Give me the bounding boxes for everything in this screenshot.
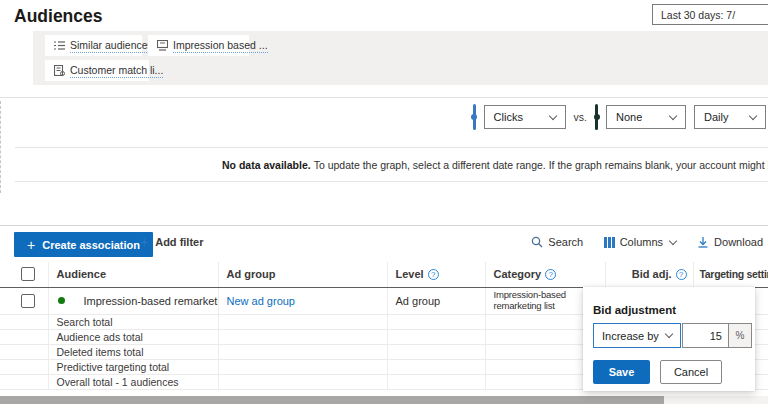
no-data-message: No data available. To update the graph, … — [222, 159, 768, 171]
chip-similar-audiences[interactable]: Similar audiences — [45, 35, 142, 56]
bid-value-input[interactable] — [682, 323, 729, 348]
chip-label: Customer match li... — [70, 64, 163, 78]
download-icon — [697, 236, 709, 248]
metric2-select[interactable]: None — [606, 105, 686, 129]
empty-cell — [387, 359, 485, 374]
audience-name: Impression-based remarketing list — [84, 295, 219, 307]
section-divider — [0, 97, 768, 98]
chevron-down-icon — [548, 111, 556, 119]
customer-match-icon — [54, 65, 65, 76]
search-button[interactable]: Search — [531, 236, 583, 248]
empty-cell — [218, 344, 387, 359]
empty-cell — [387, 329, 485, 344]
chip-impression-based[interactable]: Impression based ... — [148, 35, 249, 56]
percent-unit-label: % — [729, 323, 752, 348]
date-range-button[interactable]: Last 30 days: 7/ — [652, 4, 768, 25]
select-all-cell — [0, 262, 48, 287]
empty-cell — [218, 314, 387, 329]
columns-button[interactable]: Columns — [604, 236, 676, 248]
page-title: Audiences — [14, 6, 103, 27]
help-icon[interactable]: ? — [428, 269, 439, 280]
empty-cell — [0, 374, 48, 389]
create-association-label: Create association — [42, 239, 140, 251]
search-icon — [531, 236, 543, 248]
chevron-down-icon — [669, 236, 677, 244]
download-label: Download — [714, 236, 763, 248]
impression-icon — [157, 40, 168, 51]
total-label: Predictive targeting total — [48, 359, 218, 374]
chart-controls: Clicks vs. None Daily — [473, 104, 766, 130]
select-all-checkbox[interactable] — [21, 267, 35, 281]
metric1-legend-icon — [473, 104, 476, 130]
empty-cell — [387, 314, 485, 329]
interval-select[interactable]: Daily — [694, 105, 766, 129]
bid-adjustment-popup: Bid adjustment Increase by % Save Cancel — [583, 287, 755, 391]
chip-customer-match[interactable]: Customer match li... — [45, 60, 149, 81]
chevron-down-icon — [749, 111, 757, 119]
plus-icon: + — [140, 237, 148, 248]
save-button[interactable]: Save — [593, 360, 650, 384]
metric1-value: Clicks — [494, 111, 523, 123]
no-data-title: No data available. — [222, 159, 311, 171]
audience-cell: Impression-based remarketing list — [48, 287, 218, 314]
help-icon[interactable]: ? — [545, 269, 556, 280]
chevron-down-icon — [669, 111, 677, 119]
col-ad-group[interactable]: Ad group — [218, 262, 387, 287]
download-button[interactable]: Download — [697, 236, 763, 248]
total-label: Audience ads total — [48, 329, 218, 344]
total-label: Search total — [48, 314, 218, 329]
create-association-button[interactable]: + Create association — [14, 232, 153, 257]
total-label: Overall total - 1 audiences — [48, 374, 218, 389]
vs-label: vs. — [574, 111, 587, 123]
empty-cell — [0, 314, 48, 329]
empty-cell — [0, 359, 48, 374]
status-dot-enabled — [58, 297, 65, 304]
add-filter-label: Add filter — [155, 236, 203, 248]
empty-cell — [0, 344, 48, 359]
level-cell: Ad group — [387, 287, 485, 314]
empty-cell — [218, 359, 387, 374]
new-ad-group-link[interactable]: New ad group — [219, 295, 387, 307]
empty-cell — [218, 374, 387, 389]
chip-label: Impression based ... — [173, 39, 268, 53]
row-checkbox[interactable] — [21, 294, 35, 308]
columns-icon — [604, 237, 615, 248]
chevron-down-icon — [665, 330, 673, 338]
col-bid-adj[interactable]: Bid adj.? — [605, 262, 693, 287]
section-divider — [0, 225, 768, 226]
help-icon[interactable]: ? — [676, 269, 687, 280]
table-header-row: Audience Ad group Level? Category? Bid a… — [0, 262, 768, 287]
chart-no-data-row: No data available. To update the graph, … — [15, 147, 768, 182]
col-targeting-setting[interactable]: Targeting setting? — [693, 262, 768, 287]
audience-type-chips-band: Similar audiences Impression based ... C… — [33, 31, 768, 85]
empty-cell — [0, 329, 48, 344]
plus-icon: + — [27, 237, 35, 253]
add-filter-button[interactable]: + Add filter — [140, 236, 203, 248]
list-icon — [54, 40, 65, 51]
chip-label: Similar audiences — [70, 39, 153, 53]
table-tools: Search Columns Download — [531, 236, 763, 248]
empty-cell — [387, 374, 485, 389]
cancel-button[interactable]: Cancel — [660, 360, 722, 384]
horizontal-scrollbar[interactable] — [0, 396, 768, 404]
col-audience[interactable]: Audience — [48, 262, 218, 287]
search-label: Search — [548, 236, 583, 248]
metric2-legend-icon — [595, 104, 598, 130]
metric1-select[interactable]: Clicks — [484, 105, 566, 129]
col-level[interactable]: Level? — [387, 262, 485, 287]
popup-title: Bid adjustment — [593, 304, 676, 316]
chart-left-border — [0, 101, 1, 193]
empty-cell — [218, 329, 387, 344]
row-select-cell — [0, 287, 48, 314]
bid-mode-value: Increase by — [602, 330, 659, 342]
total-label: Deleted items total — [48, 344, 218, 359]
interval-value: Daily — [704, 111, 728, 123]
columns-label: Columns — [620, 236, 663, 248]
scrollbar-thumb[interactable] — [0, 396, 664, 404]
bid-mode-select[interactable]: Increase by — [593, 323, 681, 348]
col-category[interactable]: Category? — [485, 262, 605, 287]
empty-cell — [387, 344, 485, 359]
metric2-value: None — [616, 111, 642, 123]
ad-group-cell: New ad group — [218, 287, 387, 314]
